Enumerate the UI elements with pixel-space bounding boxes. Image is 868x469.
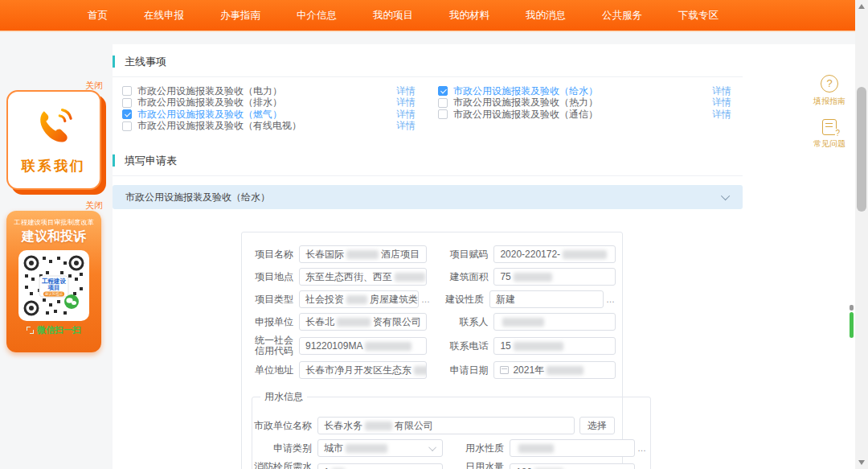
checkbox-heating[interactable] xyxy=(438,98,448,108)
project-name-input[interactable]: 长春国际酒店项目 xyxy=(299,245,427,263)
nav-my-messages[interactable]: 我的消息 xyxy=(521,9,571,23)
water-supply-collapse-banner[interactable]: 市政公用设施报装及验收（给水） xyxy=(113,185,743,209)
complaint-close-link[interactable]: 关闭 xyxy=(6,200,103,212)
banner-title: 市政公用设施报装及验收（给水） xyxy=(125,191,270,204)
select-caret-icon xyxy=(428,443,436,451)
unit-address-label: 单位地址 xyxy=(248,365,293,376)
project-type-input[interactable]: 社会投资房屋建筑类 xyxy=(299,290,419,308)
building-area-label: 建筑面积 xyxy=(440,272,488,282)
chevron-down-icon xyxy=(721,191,730,200)
contact-person-input[interactable] xyxy=(493,313,616,331)
question-circle-icon: ? xyxy=(821,75,838,93)
apply-date-label: 申请日期 xyxy=(440,365,488,376)
apply-category-label: 申请类别 xyxy=(254,443,312,454)
checkbox-telecom[interactable] xyxy=(438,109,448,119)
main-content: 主线事项 市政公用设施报装及验收（电力） 详情 市政公用设施报装及验收（给水） … xyxy=(113,44,743,469)
construction-nature-input[interactable]: 新建 xyxy=(489,290,604,308)
contact-person-label: 联系人 xyxy=(440,317,488,327)
complaint-title: 建议和投诉 xyxy=(6,228,101,245)
inner-scroll-cap xyxy=(850,305,854,311)
water-unit-name-label: 市政单位名称 xyxy=(254,421,312,431)
checkbox-gas[interactable] xyxy=(122,109,132,119)
checkbox-drainage[interactable] xyxy=(122,98,132,108)
mainline-section-header: 主线事项 xyxy=(113,44,743,77)
unit-address-input[interactable]: 长春市净月开发区生态东 xyxy=(299,361,427,379)
nav-online-apply[interactable]: 在线申报 xyxy=(139,9,189,23)
checkbox-water-supply[interactable] xyxy=(438,86,448,96)
wechat-scan-row: 微信扫一扫 xyxy=(6,324,101,336)
form-section-title: 填写申请表 xyxy=(113,154,177,167)
complaint-subtitle: 工程建设项目审批制度改革 xyxy=(10,218,98,228)
calendar-icon xyxy=(500,366,509,374)
scan-icon xyxy=(27,327,34,334)
project-location-label: 项目地点 xyxy=(248,272,293,282)
contact-us-card[interactable]: 联系我们 xyxy=(6,90,101,190)
project-location-input[interactable]: 东至生态西街、西至 xyxy=(299,268,427,286)
nav-home[interactable]: 首页 xyxy=(83,9,113,23)
project-type-label: 项目类型 xyxy=(248,294,293,305)
select-water-unit-button[interactable]: 选择 xyxy=(579,417,615,434)
nav-guide[interactable]: 办事指南 xyxy=(215,9,265,23)
empty-cell xyxy=(438,121,731,133)
checkbox-electric[interactable] xyxy=(122,86,132,96)
water-nature-input[interactable] xyxy=(510,439,635,457)
project-code-label: 项目赋码 xyxy=(440,249,488,260)
construction-nature-more-icon[interactable]: … xyxy=(606,294,616,304)
item-telecom[interactable]: 市政公用设施报装及验收（通信） 详情 xyxy=(438,109,731,121)
fill-guide-quicklink[interactable]: ? 填报指南 xyxy=(805,75,854,107)
scroll-up-arrow-icon[interactable] xyxy=(858,4,865,9)
project-type-more-icon[interactable]: … xyxy=(421,294,431,304)
detail-link-telecom[interactable]: 详情 xyxy=(712,108,731,121)
apply-date-input[interactable]: 2021年 xyxy=(493,361,616,379)
contact-phone-label: 联系电话 xyxy=(440,341,488,352)
project-code-input[interactable]: 2020-220172- xyxy=(493,245,616,263)
inner-scroll-thumb[interactable] xyxy=(850,312,854,338)
daily-usage-label: 日用水量（M³/d） xyxy=(456,462,504,469)
construction-nature-label: 建设性质 xyxy=(436,294,484,305)
document-question-icon: ? xyxy=(822,119,837,135)
scrollbar-thumb[interactable] xyxy=(857,87,866,212)
project-name-label: 项目名称 xyxy=(248,249,293,260)
faq-quicklink[interactable]: ? 常见问题 xyxy=(805,119,854,150)
building-area-input[interactable]: 75 xyxy=(493,268,616,286)
phone-icon xyxy=(33,105,75,150)
mainline-items-grid: 市政公用设施报装及验收（电力） 详情 市政公用设施报装及验收（给水） 详情 市政… xyxy=(113,77,743,132)
water-info-fieldset: 用水信息 市政单位名称 长春水务有限公司 选择 申请类别 城市 用水性质 … xyxy=(252,390,651,469)
svg-text:项目: 项目 xyxy=(47,284,60,291)
checkbox-cable-tv[interactable] xyxy=(122,121,132,131)
nav-public-service[interactable]: 公共服务 xyxy=(597,9,647,23)
mainline-section-title: 主线事项 xyxy=(113,56,166,68)
water-nature-more-icon[interactable]: … xyxy=(637,443,647,453)
form-section-header: 填写申请表 xyxy=(113,143,743,176)
nav-my-materials[interactable]: 我的材料 xyxy=(444,9,494,23)
item-cable-tv[interactable]: 市政公用设施报装及验收（有线电视） 详情 xyxy=(122,121,416,133)
application-form-panel: 项目名称 长春国际酒店项目 项目赋码 2020-220172- 项目地点 东至生… xyxy=(241,232,623,469)
hydrant-pressure-label: 消防栓所需水压 xyxy=(254,462,312,469)
water-info-legend: 用水信息 xyxy=(260,390,307,404)
water-unit-name-input[interactable]: 长春水务有限公司 xyxy=(317,417,575,434)
credit-code-label: 统一社会信用代码 xyxy=(248,335,293,356)
top-navigation: 首页 在线申报 办事指南 中介信息 我的项目 我的材料 我的消息 公共服务 下载… xyxy=(0,0,855,31)
qr-code: 工程建设 项目 建议和投诉 xyxy=(18,250,89,321)
hydrant-pressure-input[interactable]: 1 xyxy=(317,463,443,469)
scroll-down-arrow-icon[interactable] xyxy=(858,460,865,465)
credit-code-input[interactable]: 91220109MA xyxy=(299,337,427,355)
nav-downloads[interactable]: 下载专区 xyxy=(674,9,723,23)
svg-text:建议和投诉: 建议和投诉 xyxy=(44,291,63,296)
page-scrollbar[interactable] xyxy=(855,0,868,469)
contact-phone-input[interactable]: 15 xyxy=(493,337,616,355)
faq-label: 常见问题 xyxy=(805,138,854,150)
water-nature-label: 用水性质 xyxy=(456,443,504,454)
fill-guide-label: 填报指南 xyxy=(805,96,854,107)
wechat-scan-label: 微信扫一扫 xyxy=(37,324,81,336)
contact-us-title: 联系我们 xyxy=(22,157,86,175)
complaint-card[interactable]: 工程建设项目审批制度改革 建议和投诉 工程建设 项目 建议和投诉 xyxy=(6,211,101,352)
detail-link-cable-tv[interactable]: 详情 xyxy=(396,119,416,133)
nav-agency-info[interactable]: 中介信息 xyxy=(292,9,342,23)
apply-category-select[interactable]: 城市 xyxy=(317,439,443,457)
declare-unit-input[interactable]: 长春北资有限公司 xyxy=(299,313,427,331)
nav-my-projects[interactable]: 我的项目 xyxy=(368,9,418,23)
declare-unit-label: 申报单位 xyxy=(248,317,293,327)
daily-usage-input[interactable]: 186 xyxy=(510,463,635,469)
